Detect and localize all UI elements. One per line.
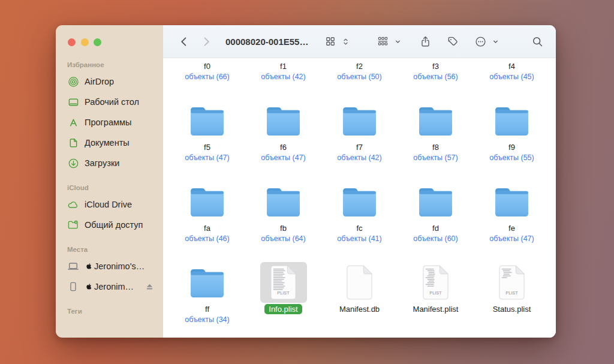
item-name-label: f8: [428, 142, 443, 152]
item-name-label: f3: [428, 61, 443, 71]
file-browser-area[interactable]: f0объекты (66) f1объекты (42) f2объекты …: [163, 58, 556, 338]
folder-item[interactable]: f3объекты (56): [398, 58, 474, 100]
item-name-label: Status.plist: [489, 304, 535, 314]
folder-item[interactable]: fdобъекты (60): [398, 181, 474, 262]
more-actions-button[interactable]: [474, 34, 502, 49]
finder-window: ИзбранноеAirDropРабочий столПрограммыДок…: [56, 25, 556, 338]
sidebar-item-общий-доступ[interactable]: Общий доступ: [61, 215, 158, 235]
folder-icon: [184, 100, 231, 141]
folder-icon: [342, 105, 377, 136]
cloud-icon: [67, 198, 79, 210]
item-count-label: объекты (47): [489, 234, 534, 243]
item-count-label: объекты (42): [337, 154, 381, 163]
file-icon: [336, 262, 383, 303]
sidebar-item-icloud-drive[interactable]: iCloud Drive: [61, 194, 158, 215]
item-name-label: fe: [504, 223, 519, 233]
sidebar-section-header: Места: [67, 245, 158, 254]
back-button[interactable]: [177, 34, 191, 49]
document-icon: [67, 137, 79, 149]
item-count-label: объекты (55): [489, 154, 534, 163]
svg-text:PLIST: PLIST: [277, 290, 290, 296]
group-by-button[interactable]: [376, 34, 404, 49]
folder-icon: [495, 105, 529, 136]
item-count-label: объекты (60): [413, 234, 458, 243]
sidebar-item-рабочий-стол[interactable]: Рабочий стол: [61, 92, 158, 112]
folder-icon: [184, 262, 231, 303]
sidebar-item-программы[interactable]: Программы: [61, 112, 158, 133]
plist-file-icon: PLIST: [421, 264, 450, 300]
sidebar-item-загрузки[interactable]: Загрузки: [61, 153, 158, 173]
plist-file-icon: PLIST: [413, 262, 459, 303]
tags-button[interactable]: [446, 34, 459, 49]
file-item[interactable]: PLISTManifest.plist: [398, 262, 474, 338]
forward-button[interactable]: [199, 34, 212, 49]
folder-icon: [266, 105, 300, 136]
sidebar-section-header: Избранное: [67, 60, 158, 70]
folder-icon: [184, 181, 231, 222]
folder-item[interactable]: f6объекты (47): [245, 100, 321, 181]
sidebar-item-label: Общий доступ: [85, 220, 143, 230]
folder-item[interactable]: fcобъекты (41): [321, 181, 398, 262]
finder-toolbar: 00008020-001E55…: [163, 25, 556, 58]
item-count-label: объекты (46): [185, 234, 229, 243]
file-item[interactable]: PLISTStatus.plist: [474, 262, 550, 338]
file-item[interactable]: Manifest.db: [321, 262, 398, 338]
folder-item[interactable]: f2объекты (50): [321, 58, 398, 100]
item-name-label: f0: [200, 61, 215, 71]
item-name-label: Info.plist: [264, 304, 302, 314]
sidebar-section-header: Теги: [67, 306, 158, 316]
item-count-label: объекты (41): [337, 234, 381, 243]
apple-logo-icon: [85, 262, 92, 271]
folder-item[interactable]: f8объекты (57): [398, 100, 474, 181]
chevron-up-down-icon: [339, 34, 352, 49]
sidebar-item-jeronim-[interactable]: Jeronim…: [61, 276, 158, 297]
view-switcher-button[interactable]: [324, 34, 352, 49]
folder-item[interactable]: fbобъекты (64): [245, 181, 321, 262]
folder-icon: [266, 186, 300, 217]
sidebar-item-label: Jeronimo's…: [85, 261, 145, 271]
folder-icon: [336, 58, 383, 60]
folder-icon: [495, 186, 529, 217]
item-count-label: объекты (47): [185, 154, 229, 163]
svg-text:PLIST: PLIST: [429, 290, 442, 296]
folder-item[interactable]: f1объекты (42): [245, 58, 321, 100]
share-button[interactable]: [419, 34, 432, 49]
folder-item[interactable]: f7объекты (42): [321, 100, 398, 181]
folder-icon: [190, 267, 224, 298]
chevron-down-icon: [391, 34, 404, 49]
sidebar-section-header: iCloud: [67, 183, 158, 192]
file-item[interactable]: PLISTInfo.plist: [245, 262, 321, 338]
sidebar-item-text: Jeronim…: [94, 282, 134, 291]
item-count-label: объекты (50): [337, 73, 381, 82]
folder-item[interactable]: f5объекты (47): [169, 100, 245, 181]
sidebar-item-jeronimo-s-[interactable]: Jeronimo's…: [61, 256, 158, 276]
folder-item[interactable]: feобъекты (47): [474, 181, 550, 262]
folder-item[interactable]: faобъекты (46): [169, 181, 245, 262]
device-icon: [67, 281, 79, 293]
minimize-window-button[interactable]: [81, 38, 89, 46]
folder-item[interactable]: f4объекты (45): [474, 58, 550, 100]
eject-icon[interactable]: [145, 282, 154, 291]
grid-view-icon: [324, 34, 337, 49]
sidebar-item-text: Программы: [85, 118, 131, 127]
zoom-window-button[interactable]: [94, 38, 101, 46]
sidebar-item-документы[interactable]: Документы: [61, 133, 158, 153]
sidebar-item-airdrop[interactable]: AirDrop: [61, 71, 158, 92]
plist-file-icon: PLIST: [260, 262, 307, 303]
folder-icon: [413, 100, 459, 141]
search-button[interactable]: [531, 34, 544, 49]
chevron-down-icon: [489, 34, 502, 49]
close-window-button[interactable]: [68, 38, 76, 46]
folder-item[interactable]: ffобъекты (34): [169, 262, 245, 338]
folder-icon: [489, 100, 535, 141]
folder-icon: [419, 105, 453, 136]
folder-icon: [190, 186, 224, 217]
item-name-label: Manifest.db: [335, 304, 384, 314]
sidebar-item-text: iCloud Drive: [85, 200, 132, 209]
sidebar-item-text: Загрузки: [85, 158, 119, 168]
folder-item[interactable]: f0объекты (66): [169, 58, 245, 100]
folder-item[interactable]: f9объекты (55): [474, 100, 550, 181]
desktop-icon: [67, 96, 79, 108]
item-name-label: ff: [201, 304, 213, 314]
item-count-label: объекты (34): [185, 315, 229, 324]
